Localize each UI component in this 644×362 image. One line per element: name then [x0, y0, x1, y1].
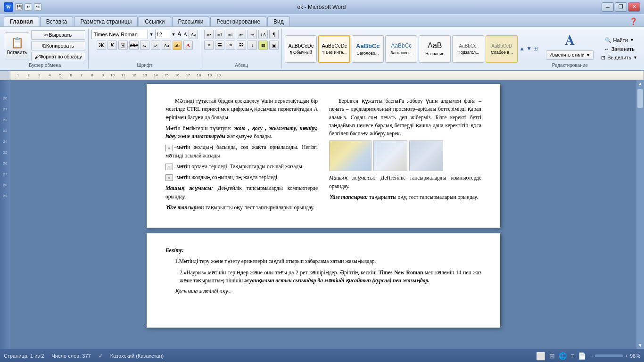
superscript-button[interactable]: x² — [151, 41, 160, 50]
decrease-indent-button[interactable]: ⇤ — [237, 30, 246, 39]
select-dropdown-icon[interactable]: ▼ — [633, 55, 637, 60]
tab-review[interactable]: Рецензирование — [210, 16, 266, 26]
font-size-input[interactable] — [155, 30, 170, 39]
font-name-input[interactable] — [91, 30, 148, 39]
cut-button[interactable]: ✂ Вырезать — [31, 30, 85, 40]
style-subtle[interactable]: AaBbCcD Слабое в... — [486, 35, 518, 63]
close-button[interactable]: ✕ — [628, 2, 640, 12]
show-formatting-button[interactable]: ¶ — [269, 30, 279, 39]
shading-button[interactable]: ▦ — [258, 41, 268, 50]
save-icon[interactable]: 💾 — [15, 3, 23, 11]
style-normal[interactable]: AaBbCcDc ¶ Обычный — [285, 35, 317, 63]
align-right-button[interactable]: ≡ — [226, 41, 235, 50]
multilevel-button[interactable]: ≡↕ — [226, 30, 235, 39]
ruler-area: 1234567891011121314151617181920 — [0, 71, 644, 80]
web-layout-btn[interactable]: 🌐 — [559, 352, 567, 360]
bullets-button[interactable]: ≡• — [204, 30, 214, 39]
align-left-button[interactable]: ≡ — [204, 41, 214, 50]
zoom-in-button[interactable]: + — [625, 353, 628, 359]
undo-icon[interactable]: ↩ — [25, 3, 32, 11]
copy-button[interactable]: ⧉ Копировать — [31, 41, 85, 50]
font-name-dropdown-icon[interactable]: ▼ — [149, 32, 154, 37]
change-styles-icon: 𝐀 — [565, 32, 575, 49]
tab-insert[interactable]: Вставка — [40, 16, 74, 26]
style-subtitle-label: Подзагол... — [457, 50, 479, 55]
font-size-dropdown-icon[interactable]: ▼ — [172, 32, 176, 37]
change-styles-button[interactable]: Изменить стили ▼ — [546, 50, 594, 60]
scroll-thumb[interactable] — [637, 89, 643, 108]
tab-home[interactable]: Главная — [4, 16, 39, 26]
find-dropdown-icon[interactable]: ▼ — [630, 38, 634, 42]
paste-button[interactable]: 📋 Вставить — [5, 32, 29, 59]
font-color-button[interactable]: А — [183, 41, 193, 50]
line-spacing-button[interactable]: ↕ — [248, 41, 257, 50]
select-icon: ⊡ — [601, 55, 605, 61]
styles-scroll-up[interactable]: ▲ — [519, 45, 525, 52]
find-button[interactable]: 🔍 Найти ▼ — [603, 36, 636, 44]
scrollbar-vertical[interactable]: ▲ ▼ — [636, 80, 644, 349]
increase-indent-button[interactable]: ⇥ — [248, 30, 257, 39]
style-title[interactable]: АаВ Название — [419, 35, 451, 63]
page-col-2: Берілген құжатты баспаға жіберу үшін алд… — [329, 97, 481, 214]
highlight-button[interactable]: ab — [173, 41, 182, 50]
paragraph-content: ≡• ≡1 ≡↕ ⇤ ⇥ ↕A ¶ ≡ ☰ ≡ ☷ ↕ ▦ ▣ — [204, 30, 279, 62]
subscript-button[interactable]: x₂ — [140, 41, 149, 50]
styles-expand[interactable]: ⊞ — [533, 45, 538, 52]
grow-font-button[interactable]: A — [177, 31, 182, 38]
restore-button[interactable]: ❐ — [615, 2, 627, 12]
layout-btn[interactable]: ⬜ — [536, 352, 545, 361]
sort-button[interactable]: ↕A — [258, 30, 268, 39]
tab-references[interactable]: Ссылки — [139, 16, 171, 26]
select-button[interactable]: ⊡ Выделить ▼ — [599, 54, 639, 62]
format-painter-icon: 🖌 — [34, 54, 40, 59]
fullscreen-btn[interactable]: ⊞ — [549, 352, 555, 360]
styles-scroll-down[interactable]: ▼ — [526, 45, 532, 52]
bold-button[interactable]: Ж — [97, 41, 106, 50]
align-center-button[interactable]: ☰ — [215, 41, 224, 50]
change-styles-group: 𝐀 Изменить стили ▼ Редактирование — [543, 29, 596, 69]
style-h1[interactable]: AaBbCc Заголово... — [352, 35, 384, 63]
style-subtitle[interactable]: AaBbCc. Подзагол... — [452, 35, 484, 63]
style-h2[interactable]: AaBbCc Заголово... — [385, 35, 417, 63]
document-area: 20 21 22 23 24 25 26 27 28 29 Мәтінді тұ… — [0, 80, 644, 349]
replace-button[interactable]: ↔ Заменить — [602, 45, 636, 53]
style-h1-label: Заголово... — [357, 51, 379, 56]
zoom-slider[interactable] — [595, 354, 623, 357]
style-h2-label: Заголово... — [390, 50, 412, 55]
page-2: Бекіту: 1.Мәтінді теру және түзету ереже… — [147, 233, 500, 328]
editing-label: Редактирование — [546, 63, 594, 68]
outline-btn[interactable]: ≡ — [570, 352, 574, 360]
scroll-up-button[interactable]: ▲ — [638, 81, 643, 86]
window-title: ок - Microsoft Word — [41, 4, 602, 10]
text-effects-button[interactable]: Аа — [162, 41, 171, 50]
clear-format-button[interactable]: Aa — [189, 30, 198, 39]
screenshot-1 — [329, 140, 372, 171]
borders-button[interactable]: ▣ — [269, 41, 279, 50]
tab-view[interactable]: Вид — [267, 16, 290, 26]
scroll-down-button[interactable]: ▼ — [638, 343, 643, 348]
scissors-icon: ✂ — [44, 32, 49, 38]
strikethrough-button[interactable]: abc — [129, 41, 139, 50]
minimize-button[interactable]: ─ — [602, 2, 614, 12]
paste-icon: 📋 — [11, 37, 24, 49]
tab-layout[interactable]: Разметка страницы — [74, 16, 138, 26]
justify-button[interactable]: ☷ — [237, 41, 246, 50]
redo-icon[interactable]: ↪ — [34, 3, 41, 11]
word-logo-icon[interactable]: W — [4, 2, 13, 12]
format-painter-button[interactable]: 🖌 Формат по образцу — [31, 52, 85, 61]
numbering-button[interactable]: ≡1 — [215, 30, 224, 39]
heading-bekitu: Бекіту: — [165, 247, 481, 255]
help-icon[interactable]: ❓ — [627, 16, 640, 26]
underline-button[interactable]: Ч — [118, 41, 128, 50]
italic-button[interactable]: К — [107, 41, 117, 50]
change-styles-content: 𝐀 Изменить стили ▼ — [546, 30, 594, 62]
screenshot-2 — [373, 140, 407, 171]
ribbon: Главная Вставка Разметка страницы Ссылки… — [0, 14, 644, 71]
shrink-font-button[interactable]: A — [183, 31, 188, 38]
clipboard-label: Буфер обмена — [5, 63, 85, 68]
style-no-space[interactable]: AaBbCcDc ¶ Без инте... — [318, 35, 350, 63]
tab-mailings[interactable]: Рассылки — [172, 16, 210, 26]
zoom-out-button[interactable]: − — [590, 353, 593, 359]
clipboard-small-btns: ✂ Вырезать ⧉ Копировать 🖌 Формат по обра… — [31, 30, 85, 61]
draft-btn[interactable]: 📄 — [578, 352, 586, 360]
